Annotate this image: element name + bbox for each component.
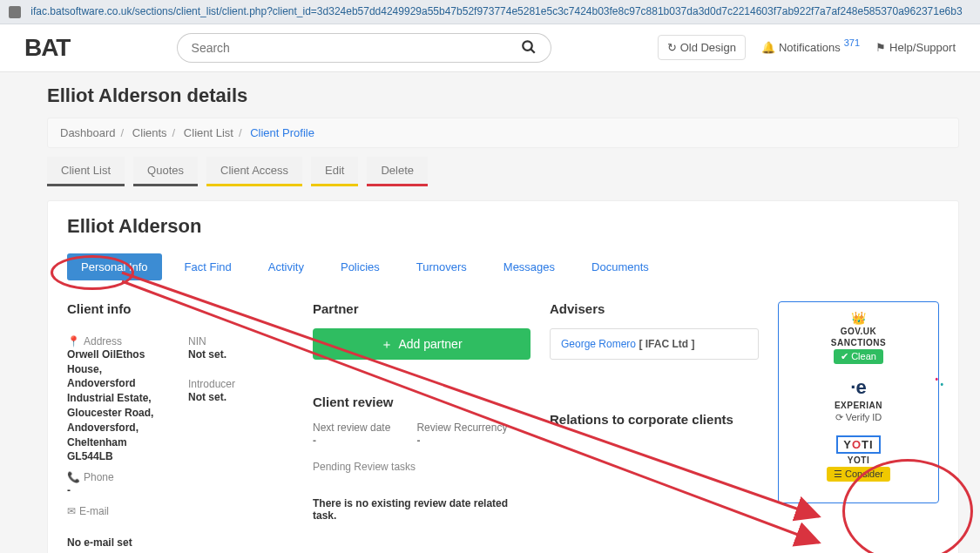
breadcrumb-item[interactable]: Client List <box>184 126 233 139</box>
action-tabs: Client List Quotes Client Access Edit De… <box>47 157 959 186</box>
gov-subtitle: SANCTIONS <box>784 338 933 347</box>
client-info-heading: Client info <box>67 301 294 316</box>
phone-label: Phone <box>84 471 114 483</box>
no-email-text: No e-mail set <box>67 536 294 549</box>
next-review-value: - <box>313 434 390 448</box>
gov-sanctions-service[interactable]: 👑 GOV.UK SANCTIONS ✔Clean <box>784 311 933 364</box>
next-review-label: Next review date <box>313 421 390 434</box>
breadcrumb: Dashboard/ Clients/ Client List/ Client … <box>47 118 959 148</box>
url-text: ifac.batsoftware.co.uk/sections/client_l… <box>30 5 962 17</box>
gov-badge: ✔Clean <box>834 349 883 364</box>
svg-point-0 <box>523 41 532 51</box>
old-design-button[interactable]: ↻ Old Design <box>658 35 746 60</box>
tab-edit[interactable]: Edit <box>311 157 358 186</box>
search-group <box>177 33 551 63</box>
yoti-logo: YOTI <box>836 435 880 454</box>
client-review-heading: Client review <box>313 395 531 409</box>
refresh-small-icon: ⟳ <box>835 412 843 422</box>
tab-client-access[interactable]: Client Access <box>206 157 302 186</box>
experian-icon: ·e <box>784 376 933 399</box>
breadcrumb-current: Client Profile <box>250 126 314 139</box>
search-wrap <box>70 33 657 63</box>
tab-fact-find[interactable]: Fact Find <box>171 253 246 280</box>
adviser-box[interactable]: George Romero [ IFAC Ltd ] <box>550 328 759 360</box>
experian-service[interactable]: ·e EXPERIAN ⟳ Verify ID <box>784 376 933 423</box>
flag-icon: ⚑ <box>875 42 886 53</box>
client-name: Elliot Alderson <box>67 215 939 238</box>
relations-heading: Relations to corporate clients <box>550 412 759 427</box>
check-icon: ✔ <box>841 351 848 362</box>
logo: BAT <box>24 34 70 62</box>
address-label: Address <box>84 335 122 347</box>
advisers-section: Advisers George Romero [ IFAC Ltd ] Rela… <box>550 301 759 439</box>
yoti-title: YOTI <box>784 455 933 465</box>
recurrency-value: - <box>416 434 507 448</box>
adviser-company: [ IFAC Ltd ] <box>639 338 694 350</box>
yoti-service[interactable]: YOTI YOTI ☰Consider <box>784 435 933 482</box>
yoti-badge: ☰Consider <box>827 467 890 482</box>
add-partner-button[interactable]: ＋ Add partner <box>313 328 531 360</box>
tab-messages[interactable]: Messages <box>490 253 569 280</box>
address-value: Orwell OilEthos House, Andoversford Indu… <box>67 347 172 464</box>
old-design-label: Old Design <box>680 41 736 54</box>
plus-icon: ＋ <box>381 338 393 350</box>
partner-heading: Partner <box>313 301 531 316</box>
introducer-value: Not set. <box>188 390 294 405</box>
experian-verify: Verify ID <box>846 412 882 422</box>
mail-icon: ✉ <box>67 506 76 516</box>
page-title: Elliot Alderson details <box>47 84 959 107</box>
tab-documents[interactable]: Documents <box>578 253 663 280</box>
adviser-name: George Romero <box>561 338 636 350</box>
notifications-count: 371 <box>844 37 860 48</box>
client-info-section: Client info 📍Address Orwell OilEthos Hou… <box>67 301 294 549</box>
experian-title: EXPERIAN <box>784 401 933 410</box>
page-body: Elliot Alderson details Dashboard/ Clien… <box>0 72 980 553</box>
sub-tabs: Personal Info Fact Find Activity Policie… <box>67 253 939 280</box>
notifications-button[interactable]: 🔔 Notifications 371 <box>761 41 860 54</box>
recurrency-label: Review Recurrency <box>416 421 507 434</box>
nin-value: Not set. <box>188 347 294 362</box>
notifications-label: Notifications <box>779 41 841 54</box>
tab-turnovers[interactable]: Turnovers <box>402 253 481 280</box>
browser-url-bar: ifac.batsoftware.co.uk/sections/client_l… <box>0 0 980 24</box>
list-icon: ☰ <box>834 469 842 480</box>
site-security-icon <box>9 6 21 18</box>
help-button[interactable]: ⚑ Help/Support <box>875 41 956 54</box>
pending-review-label: Pending Review tasks <box>313 461 531 473</box>
breadcrumb-item[interactable]: Dashboard <box>60 126 116 139</box>
top-actions: ↻ Old Design 🔔 Notifications 371 ⚑ Help/… <box>658 35 956 60</box>
phone-value: - <box>67 483 172 498</box>
breadcrumb-item[interactable]: Clients <box>132 126 167 139</box>
tab-quotes[interactable]: Quotes <box>133 157 198 186</box>
add-partner-label: Add partner <box>398 337 462 351</box>
tab-personal-info[interactable]: Personal Info <box>67 253 162 280</box>
search-button[interactable] <box>508 33 551 63</box>
search-input[interactable] <box>177 33 508 63</box>
nin-label: NIN <box>188 335 294 347</box>
top-bar: BAT ↻ Old Design 🔔 Notifications 371 ⚑ H… <box>0 24 980 72</box>
crown-icon: 👑 <box>784 311 933 325</box>
tab-delete[interactable]: Delete <box>367 157 428 186</box>
introducer-label: Introducer <box>188 378 294 390</box>
refresh-icon: ↻ <box>667 42 677 53</box>
partner-review-section: Partner ＋ Add partner Client review Next… <box>313 301 531 522</box>
email-label: E-mail <box>79 505 109 517</box>
bell-icon: 🔔 <box>761 42 775 53</box>
tab-policies[interactable]: Policies <box>327 253 394 280</box>
search-icon <box>521 39 537 57</box>
services-panel: 👑 GOV.UK SANCTIONS ✔Clean ·e EXPERIAN ⟳ … <box>778 301 939 503</box>
client-card: Elliot Alderson Personal Info Fact Find … <box>47 200 959 553</box>
phone-icon: 📞 <box>67 472 80 482</box>
advisers-heading: Advisers <box>550 301 759 316</box>
no-existing-task: There is no existing review date related… <box>313 497 531 522</box>
help-label: Help/Support <box>889 41 956 54</box>
gov-title: GOV.UK <box>784 327 933 336</box>
tab-activity[interactable]: Activity <box>254 253 318 280</box>
svg-line-1 <box>531 49 535 53</box>
tab-client-list[interactable]: Client List <box>47 157 125 186</box>
pin-icon: 📍 <box>67 336 80 347</box>
